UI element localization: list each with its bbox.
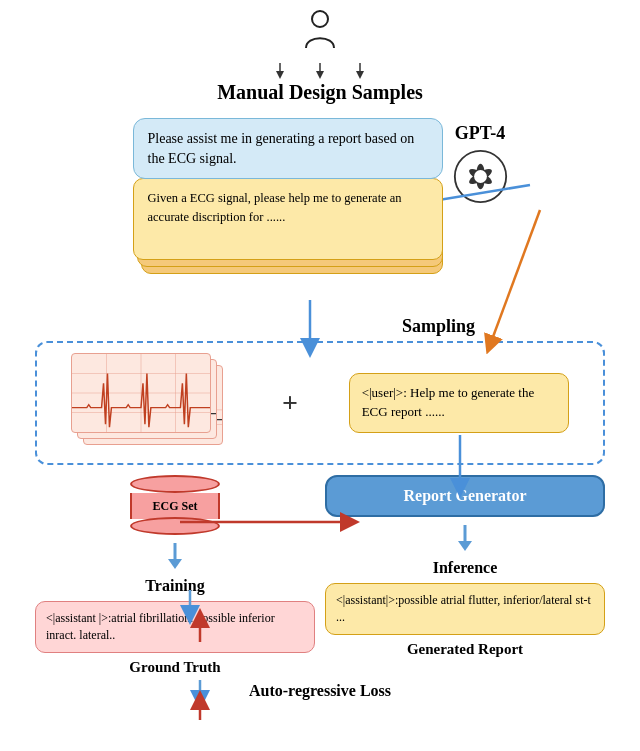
ecg-set-db: ECG Set [130, 475, 220, 535]
generated-report-box: <|assistant|>:possible atrial flutter, i… [325, 583, 605, 635]
manual-design-title: Manual Design Samples [217, 81, 423, 104]
svg-marker-4 [316, 71, 324, 79]
orange-card-front: Given a ECG signal, please help me to ge… [133, 178, 443, 260]
svg-marker-2 [276, 71, 284, 79]
auto-regressive-label: Auto-regressive Loss [249, 682, 391, 700]
gpt-section: GPT-4 [453, 123, 508, 204]
svg-marker-21 [168, 559, 182, 569]
user-prompt-card: <|user|>: Help me to generate the ECG re… [349, 373, 569, 433]
sample-cards: Please assist me in generating a report … [133, 118, 443, 278]
svg-point-0 [312, 11, 328, 27]
ecg-down-arrow [160, 541, 190, 571]
left-column: ECG Set Training <|assistant |>:atrial f… [35, 475, 315, 676]
report-generator-box: Report Generator [325, 475, 605, 517]
svg-point-11 [474, 170, 487, 183]
generated-report-label: Generated Report [407, 641, 523, 658]
sampling-label: Sampling [402, 316, 475, 337]
ground-truth-box: <|assistant |>:atrial fibrillation. poss… [35, 601, 315, 653]
training-label: Training [145, 577, 204, 595]
right-column: Report Generator Inference <|assistant|>… [325, 475, 605, 658]
report-down-arrow [450, 523, 480, 553]
svg-marker-23 [458, 541, 472, 551]
ecg-strips [71, 353, 231, 453]
inference-label: Inference [433, 559, 498, 577]
gpt-icon [453, 149, 508, 204]
bottom-section: ECG Set Training <|assistant |>:atrial f… [35, 475, 605, 676]
middle-section: + <|user|>: Help me to generate the ECG … [35, 341, 605, 465]
blue-card: Please assist me in generating a report … [133, 118, 443, 179]
person-icon [302, 10, 338, 57]
gpt-label: GPT-4 [455, 123, 505, 144]
plus-sign: + [282, 387, 298, 419]
ground-truth-label: Ground Truth [129, 659, 220, 676]
svg-marker-6 [356, 71, 364, 79]
